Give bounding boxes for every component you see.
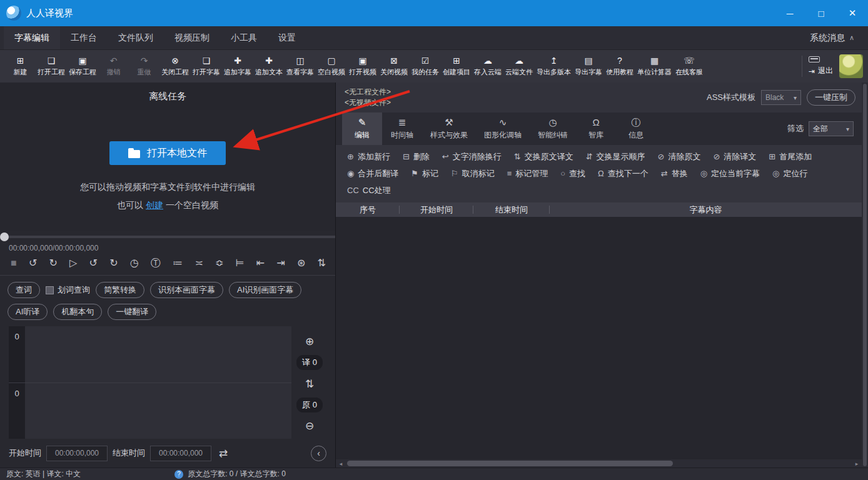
menu-item-file-queue[interactable]: 文件队列 [108,26,164,49]
menu-item-subtitle-edit[interactable]: 字幕编辑 [4,26,60,49]
toolbar-online-support[interactable]: ☏ 在线客服 [674,55,705,78]
collapse-panel-button[interactable]: ‹ [311,446,326,461]
cc-process-button[interactable]: CC CC处理 [341,182,397,199]
swap-lines-button[interactable]: ⇅ [318,257,326,269]
toolbar-unit-calculator[interactable]: ▦ 单位计算器 [635,55,674,78]
minimize-button[interactable]: ─ [774,0,805,26]
toolbar-save-to-cloud[interactable]: ☁ 存入云端 [472,55,503,78]
swap-display-order-button[interactable]: ⇵ 交换显示顺序 [580,148,652,165]
seek-back-button[interactable]: ↺ [29,257,37,269]
column-header-index[interactable]: 序号 [336,202,400,217]
tab-style-effects[interactable]: ⚒ 样式与效果 [422,112,476,145]
help-icon[interactable]: ? [174,470,183,479]
menu-item-video-encode[interactable]: 视频压制 [164,26,220,49]
machine-translate-sentence-button[interactable]: 机翻本句 [53,304,102,320]
system-message-button[interactable]: 系统消息 ∧ [796,32,868,44]
toolbar-append-subtitle[interactable]: ✚ 追加字幕 [222,55,253,78]
column-header-end-time[interactable]: 结束时间 [473,202,550,217]
toolbar-undo[interactable]: ↶ 撤销 [98,55,129,78]
toolbar-close-project[interactable]: ⊗ 关闭工程 [159,55,191,78]
zoom-out-button[interactable]: ⊖ [305,419,314,432]
one-click-translate-button[interactable]: 一键翻译 [108,304,156,320]
menu-item-workbench[interactable]: 工作台 [60,26,108,49]
jump-to-end-button[interactable]: ⇥ [276,257,285,269]
original-text-input[interactable] [25,326,291,382]
align-center-button[interactable]: ≎ [215,257,223,269]
create-blank-video-link[interactable]: 创建 [146,200,163,210]
toolbar-create-project[interactable]: ⊞ 创建项目 [441,55,472,78]
toolbar-open-project[interactable]: ❏ 打开工程 [36,55,67,78]
menu-item-tools[interactable]: 小工具 [220,26,268,49]
tab-waveform[interactable]: ∿ 图形化调轴 [476,112,530,145]
ass-template-select[interactable]: Black ▾ [761,90,801,105]
add-head-tail-button[interactable]: ⊞ 首尾添加 [762,148,818,165]
toolbar-open-video[interactable]: ▣ 打开视频 [347,55,378,78]
track-options-button[interactable]: ≔ [173,257,183,269]
align-edge-button[interactable]: ⊨ [236,257,245,269]
word-lookup-button[interactable]: 查词 [8,282,40,298]
toolbar-new[interactable]: ⊞ 新建 [5,55,36,78]
repeat-back-button[interactable]: ↺ [89,257,98,269]
tab-info[interactable]: ⓘ 信息 [616,112,656,145]
end-time-input[interactable]: 00:00:00,000 [150,446,211,461]
seek-forward-button[interactable]: ↻ [49,257,57,269]
convert-simplified-traditional-button[interactable]: 简繁转换 [96,282,144,298]
scroll-left-icon[interactable]: ◂ [337,461,345,467]
horizontal-scrollbar[interactable]: ◂ ▸ [336,459,862,468]
file-drop-area[interactable]: 打开本地文件 您可以拖动视频和字幕文件到软件中进行编辑 也可以 创建 一个空白视… [0,110,335,231]
toolbar-append-text[interactable]: ✚ 追加文本 [253,55,285,78]
add-new-row-button[interactable]: ⊕ 添加新行 [341,148,396,165]
checkbox-icon[interactable] [46,286,54,294]
toolbar-close-video[interactable]: ⊠ 关闭视频 [378,55,410,78]
tab-edit[interactable]: ✎ 编辑 [342,112,382,145]
column-header-subtitle-content[interactable]: 字幕内容 [550,202,862,217]
ai-recognize-subtitle-button[interactable]: AI识别画面字幕 [229,282,301,298]
vertical-scrollbar-thumb[interactable] [863,84,867,466]
seek-bar[interactable] [0,231,335,242]
toolbar-cloud-files[interactable]: ☁ 云端文件 [503,55,535,78]
text-overlay-button[interactable]: Ⓣ [151,257,161,269]
repeat-forward-button[interactable]: ↻ [109,257,118,269]
ai-transcribe-button[interactable]: AI听译 [8,304,48,320]
scroll-right-icon[interactable]: ▸ [853,461,860,467]
mark-button[interactable]: ⚑ 标记 [405,165,445,182]
recognize-frame-subtitle-button[interactable]: 识别本画面字幕 [150,282,223,298]
column-header-start-time[interactable]: 开始时间 [400,202,473,217]
locate-playhead-button[interactable]: ⊛ [297,257,305,269]
find-next-button[interactable]: Ω 查找下一个 [592,165,655,182]
align-subtitle-button[interactable]: ≍ [194,257,203,269]
unmark-button[interactable]: ⚐ 取消标记 [445,165,501,182]
filter-select[interactable]: 全部 ▾ [809,121,854,136]
tab-timeline[interactable]: ≣ 时间轴 [382,112,422,145]
one-click-compress-button[interactable]: 一键压制 [807,89,855,106]
clear-target-button[interactable]: ⊘ 清除译文 [707,148,762,165]
toolbar-save-project[interactable]: ▣ 保存工程 [67,55,98,78]
seek-handle[interactable] [0,232,9,241]
remove-linebreak-button[interactable]: ↩ 文字消除换行 [436,148,508,165]
swap-text-button[interactable]: ⇅ [305,378,314,391]
toolbar-view-subtitle[interactable]: ◫ 查看字幕 [285,55,316,78]
toolbar-tutorial[interactable]: ? 使用教程 [604,55,635,78]
maximize-button[interactable]: □ [805,0,837,26]
zoom-in-button[interactable]: ⊕ [305,335,314,348]
clear-source-button[interactable]: ⊘ 清除原文 [652,148,707,165]
locate-current-subtitle-button[interactable]: ◎ 定位当前字幕 [694,165,766,182]
highlight-lookup-toggle[interactable]: 划词查询 [46,284,90,296]
user-avatar[interactable] [839,54,863,78]
close-button[interactable]: ✕ [837,0,868,26]
play-button[interactable]: ▷ [69,257,77,269]
delete-row-button[interactable]: ⊟ 删除 [396,148,436,165]
locate-row-button[interactable]: ◎ 定位行 [766,165,814,182]
swap-times-button[interactable]: ⇄ [219,447,228,460]
tab-smart-check[interactable]: ◷ 智能纠错 [530,112,576,145]
open-local-file-button[interactable]: 打开本地文件 [109,141,226,165]
start-time-input[interactable]: 00:00:00,000 [46,446,108,461]
mark-manager-button[interactable]: ≡ 标记管理 [501,165,555,182]
translation-text-input[interactable] [25,383,291,439]
toolbar-blank-video[interactable]: ▢ 空白视频 [316,55,347,78]
toolbar-open-subtitle[interactable]: ❏ 打开字幕 [191,55,222,78]
seek-track[interactable] [0,236,335,238]
replace-button[interactable]: ⇄ 替换 [655,165,694,182]
clock-button[interactable]: ◷ [130,257,139,269]
logout-button[interactable]: ⇥ 退出 [809,56,833,76]
